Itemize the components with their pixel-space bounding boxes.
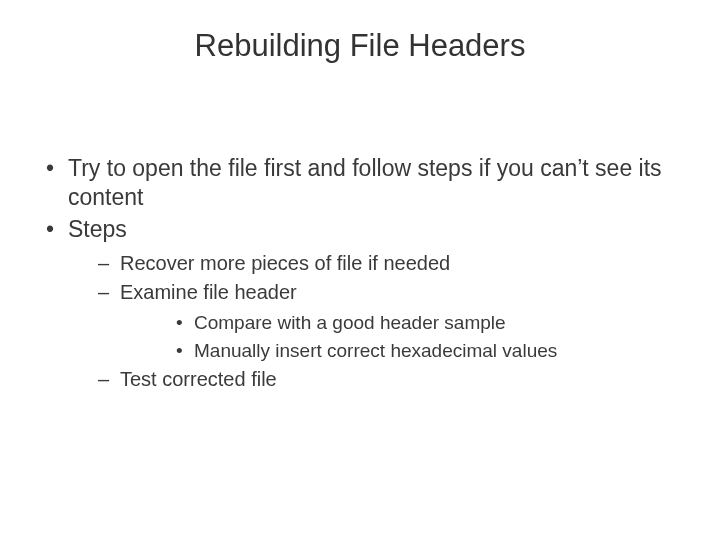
bullet-l1: Steps Recover more pieces of file if nee…: [38, 215, 690, 393]
bullet-l2: Recover more pieces of file if needed: [68, 250, 690, 277]
bullet-text: Manually insert correct hexadecimal valu…: [194, 340, 557, 361]
bullet-l1: Try to open the file first and follow st…: [38, 154, 690, 213]
bullet-l2: Examine file header Compare with a good …: [68, 279, 690, 363]
bullet-l3: Manually insert correct hexadecimal valu…: [120, 338, 690, 364]
bullet-text: Steps: [68, 216, 127, 242]
slide-body: Try to open the file first and follow st…: [38, 154, 690, 395]
slide: Rebuilding File Headers Try to open the …: [0, 0, 720, 540]
bullet-l2: Test corrected file: [68, 366, 690, 393]
slide-title: Rebuilding File Headers: [0, 28, 720, 64]
bullet-text: Test corrected file: [120, 368, 277, 390]
bullet-text: Examine file header: [120, 281, 297, 303]
bullet-l3: Compare with a good header sample: [120, 310, 690, 336]
bullet-text: Compare with a good header sample: [194, 312, 506, 333]
bullet-text: Recover more pieces of file if needed: [120, 252, 450, 274]
bullet-text: Try to open the file first and follow st…: [68, 155, 662, 210]
